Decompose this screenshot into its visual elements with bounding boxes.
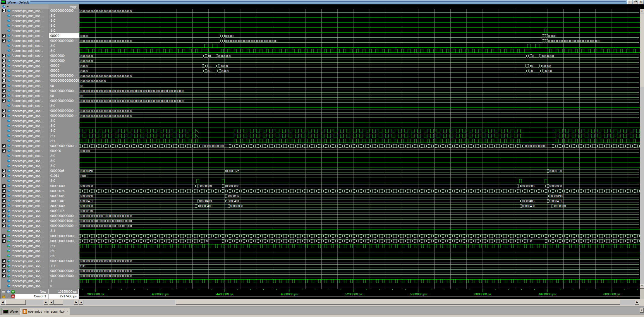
signal-row[interactable]: /openmips_min_sop...: [1, 153, 49, 158]
signal-row[interactable]: /openmips_min_sop...: [1, 223, 49, 228]
signal-row[interactable]: /openmips_min_sop...: [1, 234, 49, 239]
signal-value[interactable]: 0000000000000...: [49, 143, 79, 148]
wave-vertical-scrollbar[interactable]: ▲ ▼: [640, 9, 644, 289]
signal-value[interactable]: 00: [49, 93, 79, 98]
signal-tree-header[interactable]: ▼: [0, 4, 49, 9]
expand-icon[interactable]: [2, 84, 6, 88]
signal-value[interactable]: 0000000000000...: [49, 98, 79, 103]
grid-settings-icon[interactable]: [6, 290, 10, 294]
signal-value[interactable]: 00000: [49, 68, 79, 73]
signal-value[interactable]: 000000: [49, 148, 79, 153]
expand-icon[interactable]: [2, 79, 6, 82]
signal-value[interactable]: 000000c8: [49, 168, 79, 173]
lock-icon[interactable]: [2, 294, 6, 298]
signal-value[interactable]: 0000000000000...: [49, 9, 79, 13]
signal-value[interactable]: 00000118: [49, 208, 79, 213]
expand-icon[interactable]: [2, 264, 6, 268]
signal-value[interactable]: 0000000000000...: [49, 213, 79, 218]
expand-icon[interactable]: [2, 74, 6, 77]
signal-value[interactable]: St0: [49, 23, 79, 28]
signal-row[interactable]: /openmips_min_sop...: [1, 93, 49, 98]
signal-row[interactable]: /openmips_min_sop...: [1, 143, 49, 148]
expand-icon[interactable]: [2, 214, 6, 217]
expand-icon[interactable]: [2, 109, 6, 112]
tab-source-close-icon[interactable]: ×: [66, 310, 68, 313]
signal-row[interactable]: /openmips_min_sop...: [1, 244, 49, 249]
waveform-canvas[interactable]: 0000000000000000000000000000000000000000…: [79, 9, 640, 289]
signal-row[interactable]: /openmips_min_sop...: [1, 158, 49, 163]
signal-value-column[interactable]: 0000000000000...St0St0St0St0000000000000…: [49, 9, 79, 289]
signal-row[interactable]: /openmips_min_sop...: [1, 163, 49, 168]
signal-value[interactable]: 80000000: [49, 203, 79, 208]
signal-row[interactable]: /openmips_min_sop...: [1, 9, 49, 13]
signal-value[interactable]: St1: [49, 244, 79, 249]
expand-icon[interactable]: [2, 189, 6, 193]
signal-value[interactable]: St0: [49, 158, 79, 163]
expand-icon[interactable]: [2, 144, 6, 148]
expand-icon[interactable]: [2, 34, 6, 37]
expand-icon[interactable]: [2, 259, 6, 263]
signal-value[interactable]: 00000000: [49, 184, 79, 189]
expand-icon[interactable]: [2, 99, 6, 102]
wave-h-scrollbar[interactable]: ◀ ▶: [79, 300, 639, 305]
tab-scroll-button[interactable]: «: [640, 308, 644, 313]
signal-row[interactable]: /openmips_min_sop...: [1, 239, 49, 244]
signal-value[interactable]: 00: [49, 83, 79, 88]
signal-value[interactable]: 0000007e: [49, 189, 79, 193]
signal-row[interactable]: /openmips_min_sop...: [1, 218, 49, 223]
expand-icon[interactable]: [2, 224, 6, 227]
signal-row[interactable]: /openmips_min_sop...: [1, 213, 49, 218]
vertical-scroll-thumb[interactable]: [640, 14, 644, 87]
signal-row[interactable]: /openmips_min_sop...: [1, 38, 49, 43]
signal-row[interactable]: /openmips_min_sop...: [1, 88, 49, 93]
signal-value[interactable]: 00000000: [49, 53, 79, 58]
expand-icon[interactable]: [2, 274, 6, 277]
signal-value[interactable]: 0000000000000...: [49, 258, 79, 263]
signal-row[interactable]: /openmips_min_sop...: [1, 203, 49, 208]
add-cursor-icon[interactable]: [11, 290, 15, 294]
signal-value[interactable]: 0000000000000...: [49, 234, 79, 239]
signal-value[interactable]: St0: [49, 128, 79, 133]
signal-row[interactable]: /openmips_min_sop...: [1, 13, 49, 18]
signal-value[interactable]: 0000000000000...: [49, 268, 79, 273]
signal-row[interactable]: /openmips_min_sop...: [1, 268, 49, 273]
signal-value[interactable]: 1111: [49, 263, 79, 268]
cursor-track[interactable]: [79, 296, 640, 299]
expand-icon[interactable]: [2, 209, 6, 213]
signal-value[interactable]: 0000000000000...: [49, 38, 79, 43]
signal-value[interactable]: St0: [49, 153, 79, 158]
signal-row[interactable]: /openmips_min_sop...: [1, 263, 49, 268]
signal-row[interactable]: /openmips_min_sop...: [1, 173, 49, 178]
signal-row[interactable]: /openmips_min_sop...: [1, 284, 49, 289]
signal-row[interactable]: /openmips_min_sop...: [1, 184, 49, 189]
expand-icon[interactable]: [2, 54, 6, 57]
signal-value[interactable]: 10000401: [49, 198, 79, 203]
signal-row[interactable]: /openmips_min_sop...: [1, 108, 49, 113]
signal-row[interactable]: /openmips_min_sop...: [1, 249, 49, 253]
dock-button[interactable]: +: [627, 0, 632, 4]
signal-value-selected[interactable]: 00000: [49, 33, 79, 38]
expand-icon[interactable]: [2, 149, 6, 152]
expand-icon[interactable]: [2, 184, 6, 188]
signal-row[interactable]: /openmips_min_sop...: [1, 103, 49, 108]
signal-value[interactable]: 0000000000000...: [49, 73, 79, 78]
signal-value[interactable]: 0000000001001...: [49, 218, 79, 223]
signal-value[interactable]: St0: [49, 163, 79, 168]
signal-value[interactable]: 0000000000000...: [49, 108, 79, 113]
signal-value[interactable]: St0: [49, 249, 79, 253]
close-button[interactable]: ×: [638, 0, 643, 4]
signal-row[interactable]: /openmips_min_sop...: [1, 123, 49, 128]
signal-row[interactable]: /openmips_min_sop...: [1, 33, 49, 38]
signal-value[interactable]: St0: [49, 28, 79, 33]
signal-row[interactable]: /openmips_min_sop...: [1, 68, 49, 73]
expand-icon[interactable]: [2, 114, 6, 117]
signal-value[interactable]: St1: [49, 133, 79, 138]
signal-value[interactable]: 0000000000000...: [49, 113, 79, 118]
signal-row[interactable]: /openmips_min_sop...: [1, 253, 49, 258]
signal-row[interactable]: /openmips_min_sop...: [1, 43, 49, 48]
signal-value[interactable]: St0: [49, 48, 79, 53]
restore-button[interactable]: [633, 0, 638, 4]
expand-icon[interactable]: [2, 194, 6, 198]
expand-icon[interactable]: [2, 169, 6, 172]
signal-row[interactable]: /openmips_min_sop...: [1, 189, 49, 193]
